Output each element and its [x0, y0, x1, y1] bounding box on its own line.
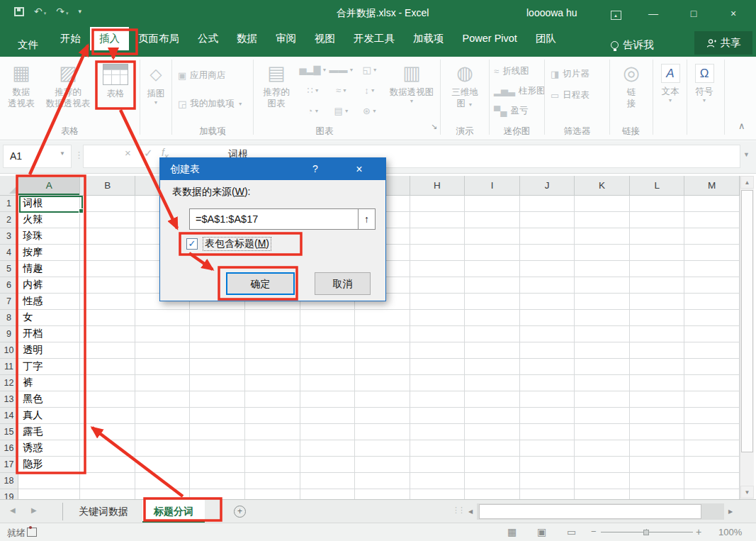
- cell-A13[interactable]: 黑色: [18, 391, 80, 408]
- cell-I12[interactable]: [465, 375, 520, 391]
- row-header-6[interactable]: 6: [0, 277, 18, 294]
- cell-D13[interactable]: [190, 391, 245, 408]
- cell-I3[interactable]: [465, 228, 520, 245]
- cell-J4[interactable]: [520, 245, 575, 261]
- tab-开始[interactable]: 开始: [51, 27, 90, 50]
- cell-F15[interactable]: [300, 424, 356, 440]
- cell-D16[interactable]: [190, 440, 245, 457]
- cell-E14[interactable]: [245, 408, 300, 424]
- cell-K3[interactable]: [575, 228, 630, 245]
- cell-E11[interactable]: [245, 359, 300, 375]
- cell-I9[interactable]: [465, 326, 520, 342]
- cell-L8[interactable]: [630, 310, 685, 326]
- table-range-input[interactable]: =$A$1:$A$17: [189, 208, 359, 230]
- cell-E17[interactable]: [245, 457, 300, 473]
- cell-I6[interactable]: [465, 277, 520, 294]
- cell-B15[interactable]: [80, 424, 135, 440]
- cell-M12[interactable]: [684, 375, 740, 391]
- tab-审阅[interactable]: 审阅: [266, 27, 305, 50]
- cell-K7[interactable]: [575, 294, 630, 310]
- cell-I10[interactable]: [465, 342, 520, 359]
- cell-J12[interactable]: [520, 375, 575, 391]
- row-header-17[interactable]: 17: [0, 457, 18, 473]
- collapse-ribbon-icon[interactable]: ∧: [738, 121, 745, 131]
- cell-M10[interactable]: [684, 342, 740, 359]
- cell-L4[interactable]: [630, 245, 685, 261]
- next-sheet-icon[interactable]: ▶: [31, 506, 37, 514]
- tab-团队[interactable]: 团队: [526, 27, 565, 50]
- scroll-down-icon[interactable]: ▼: [740, 486, 754, 498]
- cell-C15[interactable]: [135, 424, 191, 440]
- insert-bar-chart-icon[interactable]: ▬▬▼: [327, 60, 356, 80]
- headers-checkbox[interactable]: ✓: [186, 238, 198, 250]
- cell-I16[interactable]: [465, 440, 520, 457]
- cell-A17[interactable]: 隐形: [18, 457, 80, 473]
- cell-I13[interactable]: [465, 391, 520, 408]
- cell-H15[interactable]: [410, 424, 466, 440]
- cell-H19[interactable]: [410, 489, 466, 499]
- cell-K17[interactable]: [575, 457, 630, 473]
- cell-L1[interactable]: [630, 196, 685, 212]
- cell-M3[interactable]: [684, 228, 740, 245]
- zoom-level[interactable]: 100%: [718, 527, 742, 537]
- column-header-K[interactable]: K: [575, 176, 630, 196]
- cell-B12[interactable]: [80, 375, 135, 391]
- cell-B13[interactable]: [80, 391, 135, 408]
- cell-F18[interactable]: [300, 473, 356, 489]
- cell-G18[interactable]: [355, 473, 410, 489]
- cell-A2[interactable]: 火辣: [18, 212, 80, 228]
- row-header-14[interactable]: 14: [0, 408, 18, 424]
- cell-A19[interactable]: [18, 489, 80, 499]
- cell-B9[interactable]: [80, 326, 135, 342]
- column-header-M[interactable]: M: [684, 176, 740, 196]
- cell-M1[interactable]: [684, 196, 740, 212]
- cell-B11[interactable]: [80, 359, 135, 375]
- vertical-scrollbar[interactable]: ▲ ▼: [740, 176, 754, 499]
- headers-checkbox-label[interactable]: 表包含标题(M): [203, 238, 271, 250]
- insert-hierarchy-chart-icon[interactable]: ◱▼: [356, 60, 384, 80]
- cell-H2[interactable]: [410, 212, 466, 228]
- cell-B16[interactable]: [80, 440, 135, 457]
- cell-K9[interactable]: [575, 326, 630, 342]
- cell-I8[interactable]: [465, 310, 520, 326]
- cell-B2[interactable]: [80, 212, 135, 228]
- cell-K18[interactable]: [575, 473, 630, 489]
- store-button[interactable]: ▣应用商店: [178, 69, 225, 82]
- cell-L13[interactable]: [630, 391, 685, 408]
- select-all-corner[interactable]: [0, 176, 18, 196]
- cell-M9[interactable]: [684, 326, 740, 342]
- row-header-18[interactable]: 18: [0, 473, 18, 489]
- cell-D17[interactable]: [190, 457, 245, 473]
- cell-B3[interactable]: [80, 228, 135, 245]
- tab-插入[interactable]: 插入: [90, 27, 129, 50]
- page-break-view-icon[interactable]: ▭: [567, 526, 576, 537]
- cell-L6[interactable]: [630, 277, 685, 294]
- cell-A18[interactable]: [18, 473, 80, 489]
- sheet-tab-关键词数据[interactable]: 关键词数据: [67, 500, 140, 523]
- cell-L2[interactable]: [630, 212, 685, 228]
- zoom-in-icon[interactable]: +: [696, 526, 701, 537]
- column-header-A[interactable]: A: [18, 176, 80, 196]
- cell-G12[interactable]: [355, 375, 410, 391]
- cell-J17[interactable]: [520, 457, 575, 473]
- name-box-caret-icon[interactable]: ▼: [60, 150, 65, 157]
- row-header-16[interactable]: 16: [0, 440, 18, 457]
- maximize-button[interactable]: □: [682, 4, 706, 23]
- cell-H7[interactable]: [410, 294, 466, 310]
- zoom-slider-thumb[interactable]: [643, 530, 649, 535]
- tab-Power Pivot[interactable]: Power Pivot: [453, 27, 526, 50]
- cell-K13[interactable]: [575, 391, 630, 408]
- cell-J8[interactable]: [520, 310, 575, 326]
- cell-K8[interactable]: [575, 310, 630, 326]
- row-header-15[interactable]: 15: [0, 424, 18, 440]
- cell-B1[interactable]: [80, 196, 135, 212]
- cell-E12[interactable]: [245, 375, 300, 391]
- cell-H10[interactable]: [410, 342, 466, 359]
- pivottable-button[interactable]: ▦ 数据透视表: [3, 61, 40, 109]
- cell-J14[interactable]: [520, 408, 575, 424]
- cell-I15[interactable]: [465, 424, 520, 440]
- insert-stock-chart-icon[interactable]: ↕▼: [356, 80, 384, 101]
- my-addins-button[interactable]: ◲我的加载项▼: [178, 98, 243, 110]
- cell-M16[interactable]: [684, 440, 740, 457]
- tab-页面布局[interactable]: 页面布局: [129, 27, 188, 50]
